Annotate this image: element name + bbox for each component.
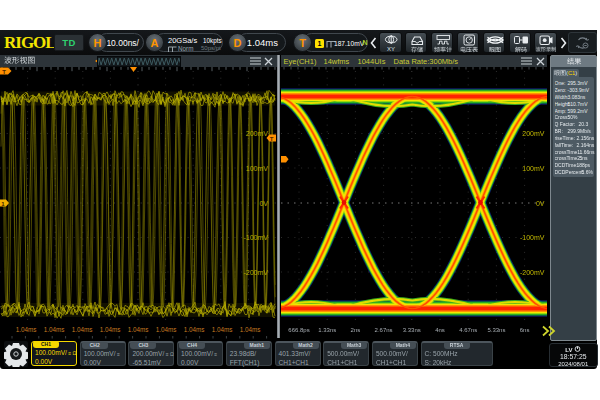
svg-text:1.04ms: 1.04ms (212, 326, 233, 333)
svg-text:200mV: 200mV (522, 130, 545, 137)
svg-text:-200mV: -200mV (243, 269, 268, 276)
svg-text:1.04ms: 1.04ms (156, 326, 177, 333)
svg-text:5.33ns: 5.33ns (487, 327, 505, 333)
svg-text:0V: 0V (535, 200, 544, 207)
svg-text:2ns: 2ns (350, 327, 360, 333)
svg-text:200mV: 200mV (246, 130, 269, 137)
svg-text:1.04ms: 1.04ms (16, 326, 37, 333)
svg-text:4ns: 4ns (435, 327, 445, 333)
svg-text:1.04ms: 1.04ms (128, 326, 149, 333)
svg-text:1.33ns: 1.33ns (318, 327, 336, 333)
svg-text:100mV: 100mV (246, 165, 269, 172)
svg-text:1.04ms: 1.04ms (44, 326, 65, 333)
svg-text:-200mV: -200mV (519, 269, 544, 276)
svg-text:1.04ms: 1.04ms (240, 326, 261, 333)
svg-text:0V: 0V (259, 200, 268, 207)
svg-text:1.04ms: 1.04ms (72, 326, 93, 333)
svg-text:T: T (2, 69, 6, 75)
svg-text:6ns: 6ns (519, 327, 529, 333)
svg-text:1.04ms: 1.04ms (100, 326, 121, 333)
svg-text:-100mV: -100mV (243, 234, 268, 241)
svg-text:1.04ms: 1.04ms (184, 326, 205, 333)
svg-text:4.67ns: 4.67ns (459, 327, 477, 333)
svg-text:2.67ns: 2.67ns (374, 327, 392, 333)
svg-text:-100mV: -100mV (519, 234, 544, 241)
svg-text:100mV: 100mV (522, 165, 545, 172)
svg-text:T: T (270, 136, 274, 142)
svg-text:3.33ns: 3.33ns (402, 327, 420, 333)
svg-text:666.8ps: 666.8ps (288, 327, 309, 333)
